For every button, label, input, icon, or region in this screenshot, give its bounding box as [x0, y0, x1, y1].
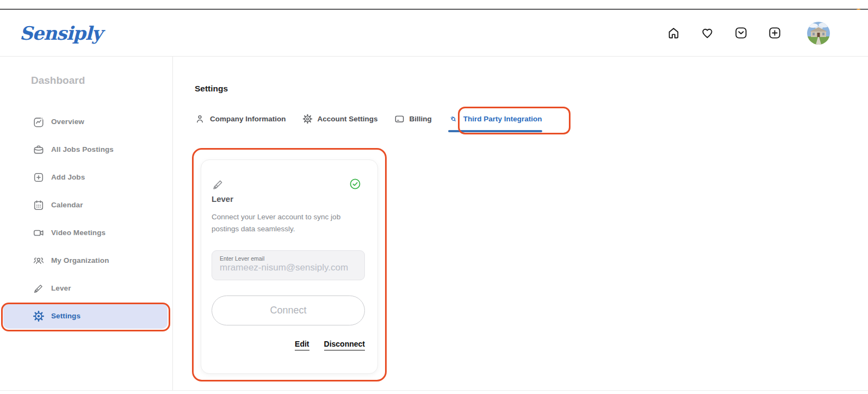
disconnect-link[interactable]: Disconnect — [324, 340, 365, 350]
sidebar-item-label: Overview — [51, 118, 84, 126]
plus-square-icon — [33, 171, 45, 183]
lever-email-input[interactable] — [220, 262, 357, 273]
settings-tabs: Company Information Account Settings — [195, 109, 542, 128]
check-circle-icon — [349, 178, 361, 190]
home-icon[interactable] — [667, 26, 680, 40]
lever-email-field[interactable]: Enter Lever email — [212, 250, 365, 280]
sidebar-item-label: Calendar — [51, 201, 83, 209]
sidebar-item-label: Lever — [51, 284, 71, 292]
sidebar-item-settings[interactable]: Settings — [3, 304, 168, 329]
window-bottom-edge — [0, 390, 868, 391]
tab-third-party-integration[interactable]: Third Party Integration — [448, 109, 542, 128]
sidebar-title: Dashboard — [31, 75, 85, 87]
tab-billing[interactable]: Billing — [394, 109, 432, 128]
tab-label: Third Party Integration — [463, 115, 542, 123]
sidebar-item-calendar[interactable]: Calendar — [0, 191, 172, 219]
overview-chart-icon — [33, 116, 45, 128]
tab-account-settings[interactable]: Account Settings — [302, 109, 378, 128]
sidebar-item-label: Video Meetings — [51, 229, 106, 237]
app-header: Sensiply — [0, 10, 868, 57]
plug-icon — [448, 114, 458, 124]
profile-avatar[interactable] — [807, 22, 830, 45]
sidebar-item-label: Settings — [51, 312, 80, 320]
connect-button[interactable]: Connect — [212, 296, 365, 325]
sidebar-item-label: All Jobs Postings — [51, 145, 114, 153]
add-icon[interactable] — [768, 26, 782, 40]
heart-icon[interactable] — [700, 26, 714, 40]
lever-integration-card: Lever Connect your Lever account to sync… — [201, 159, 378, 374]
integration-title: Lever — [212, 194, 365, 204]
tab-label: Company Information — [210, 115, 286, 123]
sidebar-item-all-jobs-postings[interactable]: All Jobs Postings — [0, 136, 172, 163]
inbox-icon[interactable] — [734, 26, 748, 40]
app-logo[interactable]: Sensiply — [20, 22, 102, 44]
email-field-label: Enter Lever email — [220, 255, 357, 262]
sidebar-item-label: Add Jobs — [51, 173, 85, 181]
sidebar-item-lever[interactable]: Lever — [0, 274, 172, 302]
sidebar: Dashboard Overview All Jobs Postings — [0, 57, 173, 390]
briefcase-icon — [33, 144, 45, 156]
person-icon — [195, 114, 205, 124]
sidebar-item-my-organization[interactable]: My Organization — [0, 247, 172, 274]
card-header — [212, 178, 365, 191]
sidebar-nav: Overview All Jobs Postings Add Jobs — [0, 108, 172, 330]
header-actions — [667, 22, 830, 45]
credit-card-icon — [394, 114, 405, 124]
page-title: Settings — [195, 84, 228, 94]
card-links: Edit Disconnect — [212, 340, 365, 350]
tab-company-information[interactable]: Company Information — [195, 109, 286, 128]
sidebar-item-add-jobs[interactable]: Add Jobs — [0, 163, 172, 191]
pen-icon — [33, 282, 45, 294]
video-camera-icon — [33, 227, 45, 239]
gear-icon — [33, 310, 45, 322]
sidebar-item-overview[interactable]: Overview — [0, 108, 172, 136]
pen-icon — [212, 178, 225, 191]
edit-link[interactable]: Edit — [295, 340, 309, 350]
people-icon — [33, 255, 45, 267]
tab-label: Billing — [410, 115, 432, 123]
tab-label: Account Settings — [318, 115, 378, 123]
integration-description: Connect your Lever account to sync job p… — [212, 211, 365, 235]
sidebar-item-video-meetings[interactable]: Video Meetings — [0, 219, 172, 247]
calendar-icon — [33, 199, 45, 211]
gear-icon — [302, 114, 313, 124]
sidebar-item-label: My Organization — [51, 256, 109, 264]
